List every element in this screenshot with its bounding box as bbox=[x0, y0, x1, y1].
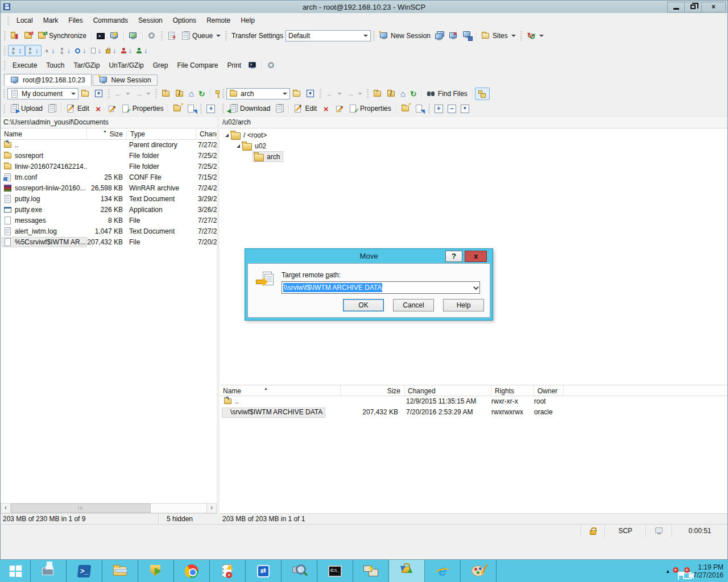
filter-box-button[interactable]: ▼ bbox=[458, 103, 471, 114]
forward-button[interactable]: → bbox=[344, 88, 365, 99]
column-header-rights[interactable]: Rights bbox=[491, 385, 534, 396]
file-row[interactable]: alert_iwtm.log 1,047 KBText Document7/27… bbox=[1, 226, 217, 237]
expand-button[interactable]: + bbox=[432, 103, 445, 114]
file-row-selected[interactable]: \srviwf$IWTM ARCHIVE DATA 207,432 KB 7/2… bbox=[220, 407, 727, 418]
tar-gzip-button[interactable]: Tar/GZip bbox=[69, 60, 104, 70]
sites-button[interactable]: Sites bbox=[479, 30, 518, 41]
taskbar-internet-explorer[interactable]: e bbox=[425, 560, 461, 582]
queue-disable-button[interactable]: × bbox=[165, 30, 179, 41]
sort-by-extension-button[interactable]: ↓ bbox=[42, 45, 57, 56]
taskbar-paint[interactable] bbox=[461, 560, 497, 582]
remote-path-bar[interactable]: /u02/arch bbox=[220, 116, 727, 128]
upload-dialog-button[interactable] bbox=[45, 103, 59, 114]
back-button[interactable]: ← bbox=[112, 88, 133, 99]
filter-button[interactable]: ▼ bbox=[92, 88, 106, 99]
new-folder-button[interactable]: * bbox=[171, 103, 184, 114]
minimize-button[interactable] bbox=[667, 2, 685, 13]
properties-button[interactable]: ✓ Properties bbox=[346, 103, 394, 114]
open-terminal-button[interactable]: > bbox=[94, 30, 107, 41]
file-row[interactable]: putty.exe 226 KBApplication3/26/2 bbox=[1, 205, 217, 215]
edit-button[interactable]: Edit bbox=[291, 103, 319, 114]
toolbar-grip[interactable] bbox=[4, 46, 6, 55]
toolbar-grip[interactable] bbox=[428, 104, 430, 113]
untar-gzip-button[interactable]: UnTar/GZip bbox=[104, 60, 148, 70]
tree-item-arch[interactable]: arch bbox=[220, 151, 727, 162]
taskbar-powershell[interactable]: >_ bbox=[67, 560, 102, 582]
file-row[interactable]: putty.log 134 KBText Document3/29/2 bbox=[1, 194, 217, 205]
column-header-changed[interactable]: Changed bbox=[196, 128, 217, 139]
toolbar-grip[interactable] bbox=[367, 89, 369, 98]
column-header-name[interactable]: Name bbox=[1, 128, 87, 139]
queue-button[interactable]: Queue bbox=[179, 30, 223, 41]
console-window-button[interactable]: > bbox=[246, 60, 259, 71]
move-dialog-titlebar[interactable]: Move ? x bbox=[245, 249, 493, 263]
home-directory-button[interactable]: ⌂ bbox=[187, 89, 196, 99]
tree-item-u02[interactable]: u02 bbox=[220, 140, 727, 151]
local-horizontal-scrollbar[interactable]: ‹ › bbox=[1, 503, 217, 513]
session-tab-active[interactable]: root@192.168.10.23 bbox=[4, 74, 92, 86]
local-path-bar[interactable]: C:\Users\admin_yousif\Documents bbox=[1, 116, 217, 128]
menu-help[interactable]: Help bbox=[235, 14, 260, 27]
taskbar-server-manager[interactable] bbox=[31, 560, 67, 582]
restore-button[interactable] bbox=[684, 2, 702, 13]
upload-button[interactable]: ▶ Upload bbox=[7, 103, 45, 114]
download-button[interactable]: ◀ Download bbox=[226, 103, 272, 114]
save-session-button[interactable] bbox=[460, 30, 474, 41]
taskbar-remote-tool[interactable] bbox=[353, 560, 389, 582]
file-row[interactable]: sosreport-liniw-20160... 26,598 KBWinRAR… bbox=[1, 183, 217, 194]
column-header-size[interactable]: Size bbox=[87, 128, 127, 139]
synchronize-browsing-button[interactable]: ⇄ bbox=[22, 30, 35, 41]
execute-button[interactable]: Execute bbox=[8, 60, 42, 70]
taskbar-clock[interactable]: 1:19 PM 7/27/2016 bbox=[693, 563, 723, 579]
refresh-button[interactable]: ↻ bbox=[196, 88, 208, 99]
toolbar-grip[interactable] bbox=[155, 89, 157, 98]
new-file-button[interactable]: ◥ bbox=[184, 103, 198, 114]
tree-expander-icon[interactable] bbox=[225, 134, 229, 137]
parent-directory-button[interactable]: ↑ bbox=[371, 88, 384, 99]
toolbar-grip[interactable] bbox=[3, 104, 5, 113]
title-bar[interactable]: arch - root@192.168.10.23 - WinSCP × bbox=[1, 1, 727, 13]
toolbar-grip[interactable] bbox=[4, 61, 6, 70]
edit-button[interactable]: Edit bbox=[64, 103, 92, 114]
file-compare-button[interactable]: File Compare bbox=[172, 60, 222, 70]
rename-button[interactable] bbox=[105, 103, 119, 114]
menu-session[interactable]: Session bbox=[133, 14, 168, 27]
new-session-button[interactable]: * New Session bbox=[377, 30, 433, 41]
root-directory-button[interactable]: / bbox=[384, 88, 398, 99]
file-row[interactable]: ↰.. Parent directory7/27/2 bbox=[1, 140, 217, 151]
sort-by-rights-button[interactable]: ↓ bbox=[104, 45, 119, 56]
custom-commands-settings-button[interactable] bbox=[264, 60, 278, 71]
column-header-size[interactable]: Size bbox=[341, 385, 404, 396]
sort-by-owner-button[interactable]: ↓ bbox=[119, 45, 135, 56]
toolbar-grip[interactable] bbox=[7, 16, 9, 25]
refresh-session-button[interactable] bbox=[126, 30, 140, 41]
new-session-tab[interactable]: * New Session bbox=[93, 74, 158, 86]
menu-commands[interactable]: Commands bbox=[88, 14, 133, 27]
column-header-type[interactable]: Type bbox=[127, 128, 196, 139]
new-folder-button[interactable]: * bbox=[399, 103, 412, 114]
cancel-button[interactable]: Cancel bbox=[393, 299, 434, 311]
remote-directory-select[interactable]: arch bbox=[226, 88, 290, 99]
grep-button[interactable]: Grep bbox=[148, 60, 173, 70]
file-row[interactable]: sosreport File folder7/25/2 bbox=[1, 151, 217, 161]
sort-panel-button[interactable]: ↕ bbox=[8, 45, 25, 56]
root-directory-button[interactable]: / bbox=[173, 88, 187, 99]
taskbar-file-explorer[interactable] bbox=[102, 560, 138, 582]
parent-directory-button[interactable]: ↑ bbox=[159, 88, 173, 99]
find-files-button[interactable]: Find Files bbox=[424, 88, 470, 99]
taskbar-chrome[interactable] bbox=[174, 560, 210, 582]
properties-button[interactable]: ✓ Properties bbox=[119, 103, 166, 114]
menu-options[interactable]: Options bbox=[168, 14, 201, 27]
local-drive-select[interactable]: My document bbox=[7, 88, 78, 99]
refresh-button[interactable]: ↻ bbox=[408, 88, 419, 99]
synchronize-button[interactable]: ⇄ Synchronize bbox=[35, 30, 89, 41]
taskbar-teamviewer[interactable]: ⇄ bbox=[246, 560, 282, 582]
scroll-right-button[interactable]: › bbox=[206, 504, 216, 513]
tree-expander-icon[interactable] bbox=[237, 144, 240, 148]
column-header-owner[interactable]: Owner bbox=[534, 385, 564, 396]
preferences-button[interactable] bbox=[145, 30, 159, 41]
toolbar-grip[interactable] bbox=[108, 89, 110, 98]
target-path-input[interactable]: \\srviw\f$\IWTM ARCHIVE DATA bbox=[282, 281, 480, 294]
delete-button[interactable]: × bbox=[92, 103, 105, 114]
toolbar-grip[interactable] bbox=[200, 104, 202, 113]
